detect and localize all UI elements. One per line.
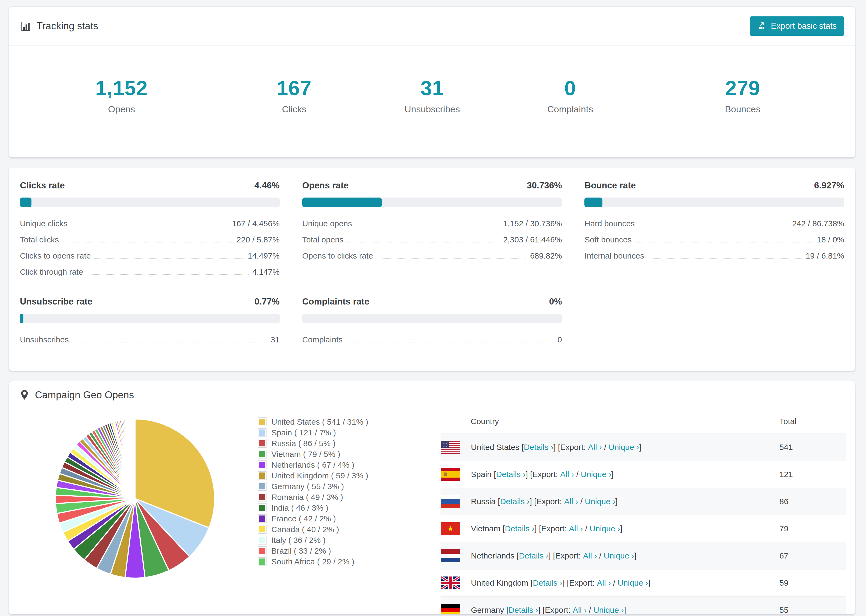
- export-prefix: ] [Export:: [548, 551, 583, 560]
- details-link[interactable]: Details ›: [524, 443, 553, 452]
- export-all-link[interactable]: All ›: [583, 551, 597, 560]
- tracking-stats-card: Tracking stats Export basic stats 1,152O…: [9, 6, 855, 157]
- legend-swatch: [258, 525, 266, 534]
- export-all-link[interactable]: All ›: [573, 605, 587, 614]
- geo-legend: United States ( 541 / 31% )Spain ( 121 /…: [258, 417, 397, 566]
- export-all-link[interactable]: All ›: [560, 470, 574, 479]
- rate-rows: Unsubscribes31: [20, 335, 280, 344]
- country-name: United States: [471, 443, 519, 452]
- rate-rows: Complaints0: [302, 335, 562, 344]
- geo-table-wrap: Country Total United States [Details ›] …: [441, 409, 846, 614]
- legend-label: France ( 42 / 2% ): [271, 514, 336, 523]
- export-prefix: ] [Export:: [553, 443, 588, 452]
- country-cell-content: Netherlands [Details ›] [Export: All › /…: [441, 543, 779, 569]
- rates-grid: Clicks rate4.46%Unique clicks167 / 4.456…: [20, 180, 844, 344]
- details-link[interactable]: Details ›: [500, 497, 529, 506]
- export-all-link[interactable]: All ›: [564, 497, 578, 506]
- rate-title: Clicks rate: [20, 180, 65, 190]
- legend-label: India ( 46 / 3% ): [271, 504, 328, 512]
- legend-swatch-color: [259, 462, 265, 468]
- rate-row-label: Total clicks: [20, 235, 59, 244]
- legend-item: United Kingdom ( 59 / 3% ): [258, 471, 397, 480]
- stat-clicks: 167Clicks: [225, 59, 363, 130]
- rate-value: 4.46%: [254, 180, 280, 190]
- legend-item: Russia ( 86 / 5% ): [258, 439, 397, 448]
- rate-rows: Unique opens1,152 / 30.736%Total opens2,…: [302, 219, 562, 261]
- rate-row-value: 31: [271, 335, 279, 344]
- export-unique-link[interactable]: Unique ›: [581, 470, 611, 479]
- dotted-leader: [63, 242, 233, 242]
- export-prefix: ] [Export:: [534, 524, 569, 533]
- stat-label: Complaints: [501, 104, 639, 115]
- export-all-link[interactable]: All ›: [569, 524, 583, 533]
- rate-head: Opens rate30.736%: [302, 180, 562, 190]
- export-unique-link[interactable]: Unique ›: [589, 524, 620, 533]
- es-flag-icon: [441, 468, 460, 481]
- details-link[interactable]: Details ›: [505, 524, 534, 533]
- export-button-label: Export basic stats: [771, 21, 837, 31]
- country-name: Germany: [471, 605, 504, 614]
- rate-row-value: 689.82%: [530, 251, 562, 261]
- dotted-leader: [377, 258, 526, 259]
- legend-swatch: [258, 439, 266, 448]
- legend-swatch-color: [259, 429, 265, 436]
- total-cell: 67: [779, 542, 846, 569]
- legend-swatch-color: [259, 451, 265, 457]
- legend-item: Germany ( 55 / 3% ): [258, 482, 397, 491]
- rate-head: Unsubscribe rate0.77%: [20, 297, 280, 306]
- legend-label: Romania ( 49 / 3% ): [271, 493, 343, 501]
- legend-item: Netherlands ( 67 / 4% ): [258, 460, 397, 469]
- rate-row: Click through rate4.147%: [20, 267, 280, 277]
- total-cell: 55: [779, 597, 846, 614]
- dotted-leader: [638, 226, 788, 226]
- pie-svg: [53, 416, 217, 581]
- export-all-link[interactable]: All ›: [588, 443, 602, 452]
- export-unique-link[interactable]: Unique ›: [617, 578, 648, 588]
- rate-row: Hard bounces242 / 86.738%: [584, 219, 844, 228]
- total-cell: 541: [779, 434, 846, 461]
- legend-item: Brazil ( 33 / 2% ): [258, 546, 397, 555]
- country-cell-content: United Kingdom [Details ›] [Export: All …: [441, 570, 779, 596]
- separator: /: [583, 524, 589, 533]
- details-link[interactable]: Details ›: [533, 578, 562, 588]
- rate-row: Unsubscribes31: [20, 335, 280, 344]
- details-link[interactable]: Details ›: [519, 551, 548, 560]
- stat-value: 167: [225, 76, 363, 100]
- rate-row: Unique opens1,152 / 30.736%: [302, 219, 562, 228]
- bracket: ]: [634, 551, 636, 560]
- legend-item: South Africa ( 29 / 2% ): [258, 557, 397, 566]
- details-link[interactable]: Details ›: [509, 605, 538, 614]
- rates-card: Clicks rate4.46%Unique clicks167 / 4.456…: [9, 168, 855, 371]
- legend-item: Spain ( 121 / 7% ): [258, 428, 397, 437]
- country-name: Vietnam: [471, 524, 501, 533]
- export-basic-stats-button[interactable]: Export basic stats: [750, 16, 844, 36]
- legend-swatch: [258, 482, 266, 491]
- bracket: ]: [615, 497, 617, 506]
- bar-chart-icon: [20, 21, 31, 31]
- export-unique-link[interactable]: Unique ›: [604, 551, 634, 560]
- rate-value: 30.736%: [527, 180, 562, 190]
- export-unique-link[interactable]: Unique ›: [609, 443, 639, 452]
- rate-title: Opens rate: [302, 180, 348, 190]
- rate-value: 6.927%: [814, 180, 844, 190]
- rate-section-clicks-rate: Clicks rate4.46%Unique clicks167 / 4.456…: [20, 180, 280, 277]
- legend-label: Vietnam ( 79 / 5% ): [271, 450, 340, 458]
- separator: /: [587, 605, 593, 614]
- export-prefix: ] [Export:: [538, 605, 573, 614]
- country-cell: Netherlands [Details ›] [Export: All › /…: [441, 542, 779, 569]
- table-row-gb: United Kingdom [Details ›] [Export: All …: [441, 569, 846, 597]
- total-cell: 59: [779, 569, 846, 597]
- country-cell: Russia [Details ›] [Export: All › / Uniq…: [441, 488, 779, 515]
- rate-head: Complaints rate0%: [302, 297, 562, 306]
- country-cell-content: United States [Details ›] [Export: All ›…: [441, 434, 779, 460]
- bracket: [: [515, 551, 519, 560]
- rate-row-value: 19 / 6.81%: [806, 251, 844, 261]
- export-unique-link[interactable]: Unique ›: [585, 497, 615, 506]
- export-unique-link[interactable]: Unique ›: [593, 605, 624, 614]
- rate-title: Bounce rate: [584, 180, 636, 190]
- map-pin-icon: [20, 390, 29, 401]
- bracket: [: [491, 470, 496, 479]
- details-link[interactable]: Details ›: [496, 470, 526, 479]
- export-all-link[interactable]: All ›: [597, 578, 611, 588]
- rate-section-bounce-rate: Bounce rate6.927%Hard bounces242 / 86.73…: [584, 180, 844, 277]
